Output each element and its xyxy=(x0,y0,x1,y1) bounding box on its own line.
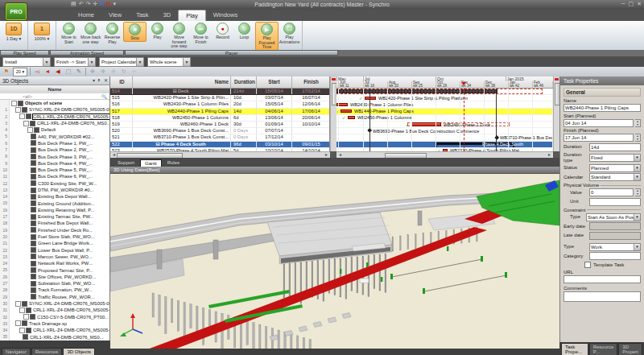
tree-item[interactable]: 12C300 Existing Site, PW_W... xyxy=(0,180,109,187)
view-tab-rules[interactable]: Rules xyxy=(163,159,184,167)
maximize-button[interactable]: ▢ xyxy=(629,1,634,7)
stop-button[interactable]: ■Stop xyxy=(123,22,147,42)
minimize-button[interactable]: ─ xyxy=(621,1,625,7)
tree-item[interactable]: 24Network Rail Works, PW... xyxy=(0,260,109,266)
column-header-id[interactable]: ID xyxy=(110,76,133,88)
expander-icon[interactable]: - xyxy=(19,114,25,119)
tree-item[interactable]: 22Lower Bus Depot Wall, P... xyxy=(0,247,109,254)
properties-tab[interactable]: 3D Propert xyxy=(618,343,642,355)
viewport-3d[interactable] xyxy=(110,174,559,349)
view-tab-gantt[interactable]: Gantt xyxy=(140,159,162,167)
app-logo[interactable]: PRO xyxy=(5,2,27,21)
table-row[interactable]: 519WB2460-Phase 1 Deck30d01/09/1410/10/1… xyxy=(110,122,329,128)
tree-item[interactable]: 2-CRL1-XRL-Z4-DMB-CR076_MS005-... xyxy=(0,114,109,120)
tree-item[interactable]: 15Existing Ground (Addition... xyxy=(0,200,109,206)
column-header-duration[interactable]: Duration xyxy=(231,76,257,88)
tree-item[interactable]: 7Bus Deck Phase 2, PW_... xyxy=(0,147,109,153)
expander-icon[interactable]: - xyxy=(11,101,17,106)
template-task-checkbox[interactable] xyxy=(584,262,591,268)
tree-item[interactable]: 19Finished Under Deck Ro... xyxy=(0,227,109,233)
tree-item[interactable]: 16Existing Retaining Wall, P... xyxy=(0,207,109,213)
tree-item[interactable]: 3-CRL1-XRL-Z4-DMB-CR076_MS0... xyxy=(0,120,109,126)
tree-item[interactable]: 33-Track Drainage.sp xyxy=(0,320,109,327)
expander-icon[interactable]: - xyxy=(15,320,21,326)
play-direction-select[interactable]: Finish -> Start▼ xyxy=(54,57,96,67)
move-forward-one-step-button[interactable]: ▷Move forward one step xyxy=(168,22,190,49)
properties-tab[interactable]: Resource P... xyxy=(589,343,618,355)
tree-item[interactable]: 10Bus Deck Phase 5, PW_... xyxy=(0,167,109,173)
tab-view[interactable]: View xyxy=(101,10,129,21)
tree-item[interactable]: 17Existing Tarmac Site, PW... xyxy=(0,213,109,220)
panel-tab-resources[interactable]: Resources xyxy=(31,348,63,355)
play-speed-button[interactable]: 1D 1 Day ▾ xyxy=(2,22,26,41)
tree-item[interactable]: 9Bus Deck Phase 4, PW_... xyxy=(0,160,109,167)
general-section-header[interactable]: General xyxy=(564,88,641,97)
status-select[interactable]: Planned▼ xyxy=(589,164,641,172)
table-row[interactable]: 518WB2450-Phase 1 Columns6d13/06/1420/06… xyxy=(110,115,329,122)
tree-item[interactable]: 18Finished Bus Depot Wall... xyxy=(0,220,109,226)
category-field[interactable] xyxy=(589,252,641,260)
tree-item[interactable]: 35CRL1-XRL-Z4-DMB-CR076_MS0... xyxy=(0,333,109,340)
tab-task[interactable]: Task xyxy=(129,10,155,21)
column-header-start[interactable]: Start xyxy=(257,76,292,88)
view-tab-support[interactable]: Support xyxy=(114,159,138,167)
fov-large-icon[interactable]: ◀ xyxy=(54,68,62,76)
gantt-timeline[interactable]: MayJulOctJan 2015Junwk 11Julwk 16Augwk 2… xyxy=(336,76,553,89)
table-vertical-scrollbar[interactable] xyxy=(330,76,336,151)
tree-item[interactable]: 4-Default xyxy=(0,126,109,133)
table-row[interactable]: 520WB3690-Phase 1 Bus Deck Const...0 Day… xyxy=(110,128,329,134)
tree-item[interactable]: 31-CRL1-XRL-Z4-DMB-CR076_MS005-... xyxy=(0,307,109,313)
loop-button[interactable]: ↻Loop xyxy=(233,22,255,40)
start-spinner[interactable]: ▲▼ xyxy=(635,119,641,127)
tree-item[interactable]: 26Site Offices, PW_WORKD... xyxy=(0,274,109,280)
calendar-select[interactable]: Project Calendar▼ xyxy=(99,57,144,67)
tree-item[interactable]: 5A40, PW_WORKDIR #02... xyxy=(0,133,109,139)
properties-tab[interactable]: Task Prope... xyxy=(561,343,588,355)
constraint-type-select[interactable]: Start As Soon As Possible▼ xyxy=(586,213,641,221)
tree-item[interactable]: 34-CRL1-XRL-Z4-DMB-CR076_MS005-... xyxy=(0,327,109,333)
tree-item[interactable]: 11Bus Deck Phase 6, PW_... xyxy=(0,173,109,180)
close-button[interactable]: ✕ xyxy=(637,1,642,7)
panel-tab-3d-objects[interactable]: 3D Objects xyxy=(63,348,95,355)
calendar-select[interactable]: Standard▼ xyxy=(589,173,641,181)
animation-speed-button[interactable]: 1 100% ▾ xyxy=(30,22,54,41)
draw-line-icon[interactable]: ✎ xyxy=(75,68,83,76)
tree-item[interactable]: 1-SYNC-XRL-Z4-DMB-CR076_MS005-00... xyxy=(0,106,109,113)
pin-icon[interactable]: 🖈 xyxy=(97,76,101,85)
task-bar[interactable] xyxy=(365,97,376,100)
table-row[interactable]: 516WB2430-Phase 1 Column Piles20d15/05/1… xyxy=(110,101,329,108)
record-button[interactable]: ●Record xyxy=(212,22,233,40)
move-to-finish-button[interactable]: ⏭Move to Finish xyxy=(190,22,212,44)
tree-item[interactable]: 21Green Lane Bridge Work... xyxy=(0,240,109,246)
unit-field[interactable] xyxy=(589,198,641,206)
expander-icon[interactable]: - xyxy=(15,107,21,113)
tree-item[interactable]: 14Existing Bus Depot Wall... xyxy=(0,193,109,200)
tree-item[interactable]: 25Proposed Tarmac Site, P... xyxy=(0,266,109,273)
objects-filter-input[interactable]: <all> 🔍 xyxy=(0,93,109,100)
expander-icon[interactable]: - xyxy=(23,314,29,320)
table-row[interactable]: 514⊟ Deck214d15/05/1417/12/14 xyxy=(110,89,329,95)
tree-item[interactable]: 8Bus Deck Phase 3, PW_... xyxy=(0,153,109,159)
panel-menu-icon[interactable]: ▾ xyxy=(93,76,95,85)
url-field[interactable] xyxy=(564,275,641,283)
table-row[interactable]: 521WB3710-Phase 1 Bus Deck Const...0 Day… xyxy=(110,134,329,141)
start-planned-field[interactable]: 04 Jun 14 xyxy=(564,119,634,127)
close-icon[interactable]: ✕ xyxy=(104,76,108,85)
tree-item[interactable]: 20Fuel Store Slab, PW_WO... xyxy=(0,233,109,240)
tree-item[interactable]: 6Bus Deck Phase 1, PW_... xyxy=(0,140,109,147)
duration-type-select[interactable]: Fixed▼ xyxy=(589,154,641,162)
play-animations-button[interactable]: ❒Play Animations xyxy=(279,22,300,44)
column-header-finish[interactable]: Finish xyxy=(292,76,330,88)
table-row[interactable]: 522⊟ Phase 4 Deck South96d03/10/1409/01/… xyxy=(110,142,329,148)
value-field[interactable]: 0 xyxy=(589,188,634,196)
tree-item[interactable]: 28Track Formation, PW_W... xyxy=(0,287,109,293)
move-to-start-button[interactable]: ⏮Move to Start xyxy=(58,22,80,44)
tree-item[interactable]: 30-SYNC-XRL-Z4-DMB-CR076_MS005-00... xyxy=(0,300,109,307)
gantt-vertical-scrollbar[interactable] xyxy=(553,76,559,151)
play-focused-time-button[interactable]: ▶Play Focused Time xyxy=(255,22,279,51)
expander-icon[interactable]: - xyxy=(23,121,29,126)
tree-item[interactable]: 23Marcon Sewer, PW_WO... xyxy=(0,254,109,260)
move-y-icon[interactable]: ✥ xyxy=(99,68,107,76)
tree-item[interactable]: 32-C150-CSY-5-DMB-CR076_PT00... xyxy=(0,314,109,320)
scene-select[interactable]: Whole scene▼ xyxy=(147,57,191,67)
